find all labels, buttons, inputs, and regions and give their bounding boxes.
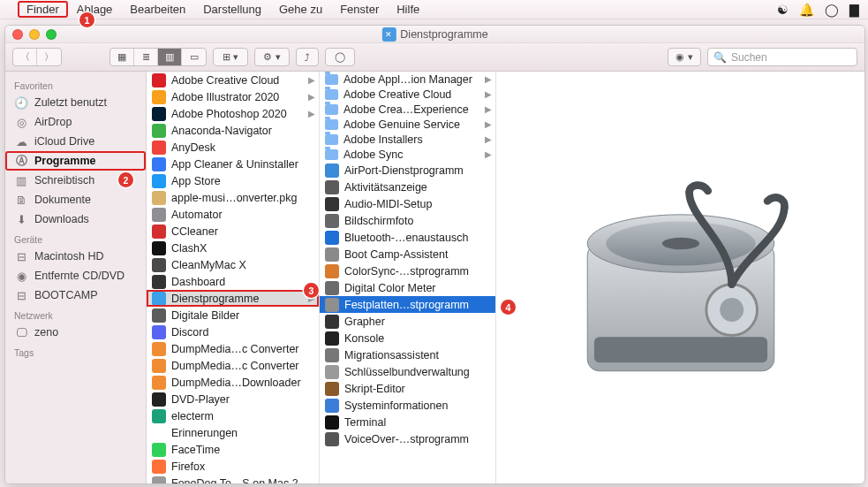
quicklook-button[interactable]: ◉ ▾ [668, 48, 701, 66]
sidebar-item-macintosh-hd[interactable]: ⊟Macintosh HD [5, 247, 146, 266]
list-item[interactable]: Adobe Photoshop 2020▶ [147, 105, 319, 122]
menu-bearbeiten[interactable]: Bearbeiten [121, 1, 194, 18]
notification-icon[interactable]: 🔔 [799, 3, 814, 17]
list-item[interactable]: DumpMedia…Downloader [147, 374, 319, 391]
list-item[interactable]: Firefox [147, 458, 319, 475]
list-item[interactable]: Adobe Genuine Service▶ [320, 117, 495, 132]
menu-gehezu[interactable]: Gehe zu [270, 1, 331, 18]
list-item[interactable]: Adobe Crea…Experience▶ [320, 102, 495, 117]
list-item[interactable]: Dienstprogramme▶ [147, 290, 319, 307]
list-item[interactable]: ClashX [147, 240, 319, 256]
list-item[interactable]: Automator [147, 206, 319, 223]
chat-icon[interactable]: ◯ [825, 3, 839, 17]
app-icon [325, 331, 339, 346]
view-list[interactable]: ≣ [134, 49, 158, 65]
list-item[interactable]: FoneDog To…S on Mac 2 [147, 475, 319, 483]
list-item[interactable]: Anaconda-Navigator [147, 122, 319, 139]
menu-hilfe[interactable]: Hilfe [388, 1, 428, 18]
list-item[interactable]: Migrationsassistent [320, 346, 495, 363]
app-icon [152, 325, 166, 339]
cloud-icon: ☁ [14, 134, 28, 148]
sidebar-item-airdrop[interactable]: ◎AirDrop [5, 112, 146, 132]
action-button[interactable]: ⚙ ▾ [254, 48, 290, 66]
app-icon [325, 348, 339, 362]
list-item[interactable]: DumpMedia…c Converter [147, 357, 319, 374]
sidebar-item-zuletzt-benutzt[interactable]: 🕘Zuletzt benutzt [5, 93, 146, 112]
list-item[interactable]: CleanMyMac X [147, 256, 319, 273]
item-label: electerm [171, 410, 315, 422]
item-label: App Cleaner & Uninstaller [171, 158, 315, 171]
view-gallery[interactable]: ▭ [182, 49, 206, 65]
minimize-button[interactable] [29, 29, 40, 40]
list-item[interactable]: ColorSync-…stprogramm [320, 263, 495, 279]
close-button[interactable] [12, 29, 23, 40]
list-item[interactable]: Dashboard [147, 273, 319, 290]
item-label: ColorSync-…stprogramm [344, 265, 492, 278]
list-item[interactable]: Aktivitätsanzeige [320, 179, 495, 195]
view-icon[interactable]: ▦ [110, 49, 134, 65]
list-item[interactable]: DumpMedia…c Converter [147, 340, 319, 357]
item-label: Bluetooth-…enaustausch [344, 232, 492, 244]
list-item[interactable]: Festplatten…stprogramm [320, 296, 495, 313]
list-item[interactable]: Konsole [320, 330, 495, 346]
back-button[interactable]: 〈 [13, 49, 37, 65]
list-item[interactable]: Bildschirmfoto [320, 212, 495, 229]
list-item[interactable]: Digitale Bilder [147, 307, 319, 323]
list-item[interactable]: App Cleaner & Uninstaller [147, 156, 319, 172]
sidebar-item-programme[interactable]: ⒶProgramme [5, 151, 146, 171]
list-item[interactable]: electerm [147, 407, 319, 424]
item-label: CCleaner [171, 225, 315, 238]
list-item[interactable]: Erinnerungen [147, 424, 319, 441]
column-applications[interactable]: Adobe Creative Cloud▶Adobe Illustrator 2… [147, 72, 320, 483]
list-item[interactable]: Boot Camp-Assistent [320, 246, 495, 263]
list-item[interactable]: Grapher [320, 313, 495, 330]
column-utilities[interactable]: Adobe Appl…ion Manager▶Adobe Creative Cl… [320, 72, 496, 483]
menu-ablage[interactable]: Ablage [68, 1, 121, 18]
item-label: Festplatten…stprogramm [344, 299, 492, 311]
zoom-button[interactable] [46, 29, 57, 40]
list-item[interactable]: Discord [147, 323, 319, 340]
sidebar-item-dokumente[interactable]: 🗎Dokumente [5, 190, 146, 209]
list-item[interactable]: Systeminformationen [320, 397, 495, 414]
list-item[interactable]: Adobe Illustrator 2020▶ [147, 88, 319, 105]
list-item[interactable]: Digital Color Meter [320, 279, 495, 296]
sidebar-item-entfernte-cd-dvd[interactable]: ◉Entfernte CD/DVD [5, 266, 146, 285]
item-label: apple-musi…onverter.pkg [171, 192, 315, 204]
list-item[interactable]: DVD-Player [147, 391, 319, 407]
menu-fenster[interactable]: Fenster [331, 1, 388, 18]
list-item[interactable]: Adobe Appl…ion Manager▶ [320, 72, 495, 87]
list-item[interactable]: Adobe Creative Cloud▶ [320, 87, 495, 102]
sidebar-item-zeno[interactable]: 🖵zeno [5, 323, 146, 342]
tags-button[interactable]: ◯ [325, 48, 355, 66]
sidebar-item-bootcamp[interactable]: ⊟BOOTCAMP [5, 285, 146, 305]
list-item[interactable]: Bluetooth-…enaustausch [320, 229, 495, 246]
list-item[interactable]: Adobe Creative Cloud▶ [147, 72, 319, 88]
share-button[interactable]: ⤴ [296, 48, 319, 66]
list-item[interactable]: FaceTime [147, 441, 319, 458]
list-item[interactable]: AirPort-Dienstprogramm [320, 162, 495, 179]
search-field[interactable]: 🔍 Suchen [707, 48, 857, 66]
forward-button[interactable]: 〉 [37, 49, 61, 65]
display-icon[interactable]: ▇ [849, 3, 859, 17]
list-item[interactable]: Adobe Installers▶ [320, 132, 495, 147]
list-item[interactable]: apple-musi…onverter.pkg [147, 189, 319, 206]
list-item[interactable]: Adobe Sync▶ [320, 147, 495, 162]
list-item[interactable]: CCleaner [147, 223, 319, 240]
view-columns[interactable]: ▥ [158, 49, 182, 65]
sidebar-item-downloads[interactable]: ⬇Downloads [5, 209, 146, 229]
menu-darstellung[interactable]: Darstellung [194, 1, 270, 18]
list-item[interactable]: Audio-MIDI-Setup [320, 195, 495, 212]
list-item[interactable]: Terminal [320, 414, 495, 430]
list-item[interactable]: Skript-Editor [320, 380, 495, 397]
desktop-icon: ▥ [14, 173, 28, 187]
arrange-button[interactable]: ⊞ ▾ [213, 48, 248, 66]
list-item[interactable]: Schlüsselbundverwaltung [320, 363, 495, 380]
list-item[interactable]: VoiceOver-…stprogramm [320, 430, 495, 447]
list-item[interactable]: AnyDesk [147, 139, 319, 156]
item-label: Erinnerungen [171, 427, 315, 439]
menu-finder[interactable]: Finder [18, 1, 68, 18]
list-item[interactable]: App Store [147, 172, 319, 189]
sidebar-item-icloud-drive[interactable]: ☁iCloud Drive [5, 132, 146, 151]
wechat-icon[interactable]: ☯ [777, 3, 789, 17]
app-icon [152, 73, 166, 88]
